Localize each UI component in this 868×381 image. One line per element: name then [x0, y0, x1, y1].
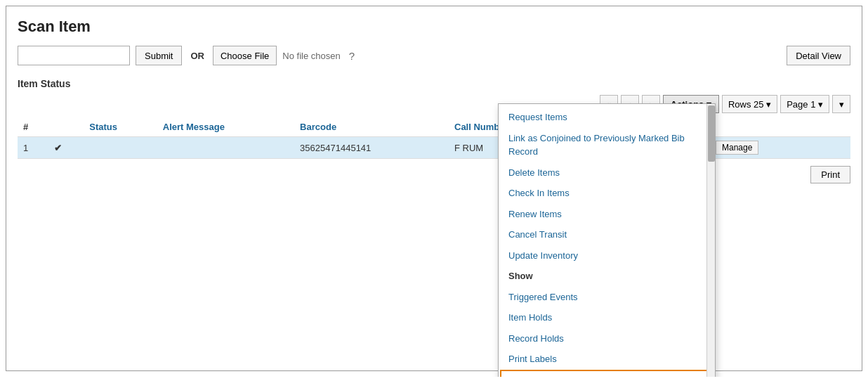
- main-container: Scan Item Submit OR Choose File No file …: [6, 6, 862, 371]
- menu-item-item-holds[interactable]: Item Holds: [499, 307, 715, 328]
- cell-barcode: 35625471445141: [294, 137, 449, 159]
- menu-item-triggered-events[interactable]: Triggered Events: [499, 287, 715, 308]
- more-button[interactable]: ▾: [832, 95, 850, 113]
- menu-item-update-inventory[interactable]: Update Inventory: [499, 245, 715, 266]
- menu-header-show: Show: [499, 266, 715, 287]
- print-button[interactable]: Print: [810, 166, 850, 183]
- submit-button[interactable]: Submit: [136, 46, 182, 65]
- scroll-thumb: [708, 105, 715, 162]
- print-row: Print: [18, 166, 850, 183]
- no-file-text: No file chosen: [282, 51, 340, 61]
- cell-status: [84, 137, 157, 159]
- scan-input[interactable]: [18, 46, 130, 65]
- col-header-check: [48, 117, 84, 137]
- page-title: Scan Item: [18, 18, 850, 36]
- menu-item-check-in-items[interactable]: Check In Items: [499, 183, 715, 204]
- cell-num: 1: [18, 137, 48, 159]
- menu-item-cancel-transit[interactable]: Cancel Transit: [499, 224, 715, 245]
- page-button[interactable]: Page 1 ▾: [780, 95, 829, 113]
- cursor-icon: 🖱: [607, 374, 617, 377]
- table-row: 1 ✔ 35625471445141 F RUM Ad other.... 0 …: [18, 137, 850, 159]
- item-status-label: Item Status: [18, 78, 850, 89]
- choose-file-button[interactable]: Choose File: [213, 46, 277, 65]
- or-label: OR: [190, 51, 204, 61]
- scan-row: Submit OR Choose File No file chosen ? D…: [18, 46, 850, 65]
- menu-item-link-conjoined[interactable]: Link as Conjoined to Previously Marked B…: [499, 128, 715, 162]
- dropdown-scrollbar[interactable]: [706, 104, 715, 377]
- actions-dropdown: Request Items Link as Conjoined to Previ…: [498, 103, 716, 377]
- detail-view-button[interactable]: Detail View: [787, 46, 850, 65]
- manage-button[interactable]: Manage: [716, 141, 758, 155]
- col-header-barcode[interactable]: Barcode: [294, 117, 449, 137]
- menu-item-delete-items[interactable]: Delete Items: [499, 162, 715, 183]
- item-table-container: # Status Alert Message Barcode Call Numb…: [18, 117, 850, 159]
- item-table: # Status Alert Message Barcode Call Numb…: [18, 117, 850, 159]
- toolbar: « ‹ › Actions ▾ Rows 25 ▾ Page 1 ▾ ▾: [18, 95, 850, 113]
- menu-item-print-labels[interactable]: Print Labels: [499, 349, 715, 370]
- cell-check: ✔: [48, 137, 84, 159]
- col-header-status[interactable]: Status: [84, 117, 157, 137]
- col-header-alert-message[interactable]: Alert Message: [157, 117, 294, 137]
- menu-item-record-holds[interactable]: Record Holds: [499, 328, 715, 349]
- rows-button[interactable]: Rows 25 ▾: [722, 95, 777, 113]
- cell-alert-message: [157, 137, 294, 159]
- menu-item-request-items[interactable]: Request Items: [499, 107, 715, 128]
- col-header-num: #: [18, 117, 48, 137]
- help-icon[interactable]: ?: [349, 50, 355, 62]
- menu-item-renew-items[interactable]: Renew Items: [499, 204, 715, 225]
- menu-item-originating-acquisition[interactable]: Originating Acquisition 🖱: [500, 370, 714, 377]
